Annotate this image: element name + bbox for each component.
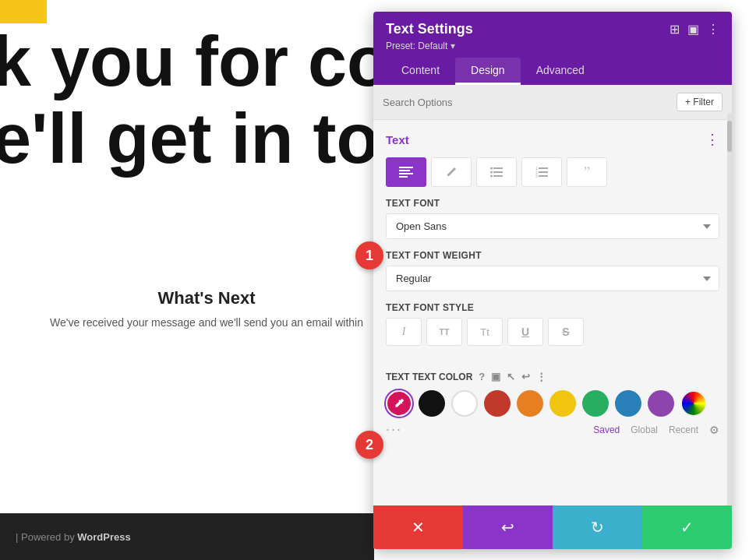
color-more-dots[interactable]: ···: [386, 421, 402, 438]
panel-body: + Filter Text ⋮: [373, 85, 732, 505]
search-bar: + Filter: [373, 85, 732, 120]
multicolor-swatch[interactable]: [680, 390, 707, 417]
color-device-icon[interactable]: ▣: [491, 371, 500, 382]
panel-scrollbar-thumb[interactable]: [727, 121, 732, 152]
svg-rect-5: [493, 171, 503, 173]
confirm-button[interactable]: ✓: [642, 505, 732, 549]
white-swatch[interactable]: [451, 390, 478, 417]
unordered-list-icon-btn[interactable]: [476, 157, 517, 187]
panel-header-top: Text Settings ⊞ ▣ ⋮: [386, 21, 719, 37]
tab-content[interactable]: Content: [386, 58, 455, 85]
color-swatches: [386, 390, 719, 417]
gold-accent-bar: [0, 0, 47, 23]
panel-tabs: Content Design Advanced: [386, 58, 719, 85]
black-swatch[interactable]: [419, 390, 445, 417]
svg-point-7: [490, 167, 493, 170]
footer: | Powered by WordPress: [0, 513, 374, 560]
color-label-text: Text Text Color: [386, 372, 472, 382]
section-header: Text ⋮: [386, 131, 719, 148]
panel-header-icons: ⊞ ▣ ⋮: [670, 22, 719, 37]
step-2-badge: 2: [355, 431, 383, 459]
color-pointer-icon[interactable]: ↖: [507, 371, 515, 382]
text-font-label: Text Font: [386, 198, 719, 209]
red-swatch[interactable]: [484, 390, 511, 417]
color-tab-saved[interactable]: Saved: [593, 424, 620, 435]
tt-caps-btn[interactable]: TT: [426, 318, 462, 346]
section-title: Text: [386, 133, 409, 146]
svg-point-8: [490, 171, 493, 174]
panel-footer: ✕ ↩ ↻ ✓: [373, 505, 732, 549]
svg-rect-6: [493, 175, 503, 177]
text-settings-panel: Text Settings ⊞ ▣ ⋮ Preset: Default ▾ Co…: [373, 12, 732, 549]
color-label-row: Text Text Color ? ▣ ↖ ↩ ⋮: [386, 371, 719, 382]
color-more-icon[interactable]: ⋮: [536, 371, 546, 382]
panel-title: Text Settings: [386, 21, 473, 37]
svg-rect-1: [399, 170, 410, 171]
text-font-weight-label: Text Font Weight: [386, 250, 719, 261]
svg-rect-2: [399, 173, 413, 174]
text-font-weight-select[interactable]: Regular: [386, 266, 719, 291]
color-tab-recent[interactable]: Recent: [669, 424, 698, 435]
redo-button[interactable]: ↻: [553, 505, 642, 549]
footer-text: | Powered by: [16, 531, 77, 543]
svg-rect-12: [539, 175, 548, 177]
svg-text:3.: 3.: [535, 174, 539, 178]
mid-text: We've received your message and we'll se…: [39, 316, 374, 329]
text-section: Text ⋮: [373, 120, 732, 365]
cancel-button[interactable]: ✕: [373, 505, 463, 549]
yellow-swatch[interactable]: [549, 390, 576, 417]
panel-icon-expand[interactable]: ⊞: [670, 22, 680, 37]
panel-scrollbar[interactable]: [727, 113, 732, 505]
italic-btn[interactable]: I: [386, 318, 422, 346]
purple-swatch[interactable]: [648, 390, 674, 417]
panel-header: Text Settings ⊞ ▣ ⋮ Preset: Default ▾ Co…: [373, 12, 732, 85]
mid-heading: What's Next: [39, 288, 374, 308]
blue-swatch[interactable]: [615, 390, 641, 417]
panel-icon-columns[interactable]: ▣: [687, 22, 699, 37]
ordered-list-icon-btn[interactable]: 1. 2. 3.: [521, 157, 562, 187]
panel-icon-more[interactable]: ⋮: [707, 22, 719, 37]
text-font-select[interactable]: Open Sans: [386, 213, 719, 239]
filter-button[interactable]: + Filter: [677, 93, 723, 111]
tt-lower-btn[interactable]: Tt: [467, 318, 503, 346]
panel-preset: Preset: Default ▾: [386, 41, 719, 51]
green-swatch[interactable]: [582, 390, 609, 417]
underline-btn[interactable]: U: [507, 318, 543, 346]
orange-swatch[interactable]: [517, 390, 543, 417]
footer-brand: WordPress: [77, 531, 130, 543]
svg-rect-0: [399, 167, 413, 168]
tab-design[interactable]: Design: [455, 58, 521, 85]
quote-icon-btn[interactable]: ”: [567, 157, 607, 187]
color-section: Text Text Color ? ▣ ↖ ↩ ⋮: [373, 365, 732, 446]
color-reset-icon[interactable]: ↩: [521, 371, 530, 382]
step-1-badge: 1: [355, 241, 383, 269]
svg-rect-11: [539, 171, 548, 173]
section-more-icon[interactable]: ⋮: [705, 131, 719, 148]
svg-rect-10: [539, 167, 548, 169]
color-tabs-row: ··· Saved Global Recent ⚙: [386, 417, 719, 438]
eyedropper-swatch[interactable]: [386, 390, 412, 417]
svg-point-9: [490, 175, 493, 178]
undo-button[interactable]: ↩: [463, 505, 553, 549]
align-icon-btn[interactable]: [386, 157, 426, 187]
search-input[interactable]: [383, 97, 670, 108]
tab-advanced[interactable]: Advanced: [521, 58, 600, 85]
text-font-style-label: Text Font Style: [386, 302, 719, 313]
font-style-row: I TT Tt U S: [386, 318, 719, 346]
color-gear-icon[interactable]: ⚙: [709, 424, 719, 436]
svg-rect-4: [493, 167, 503, 169]
pencil-icon-btn[interactable]: [431, 157, 472, 187]
svg-rect-3: [399, 176, 408, 178]
mid-section: What's Next We've received your message …: [39, 288, 374, 329]
color-help-icon[interactable]: ?: [479, 371, 485, 382]
color-tab-global[interactable]: Global: [631, 424, 658, 435]
text-format-icon-row: 1. 2. 3. ”: [386, 157, 719, 187]
strikethrough-btn[interactable]: S: [548, 318, 584, 346]
